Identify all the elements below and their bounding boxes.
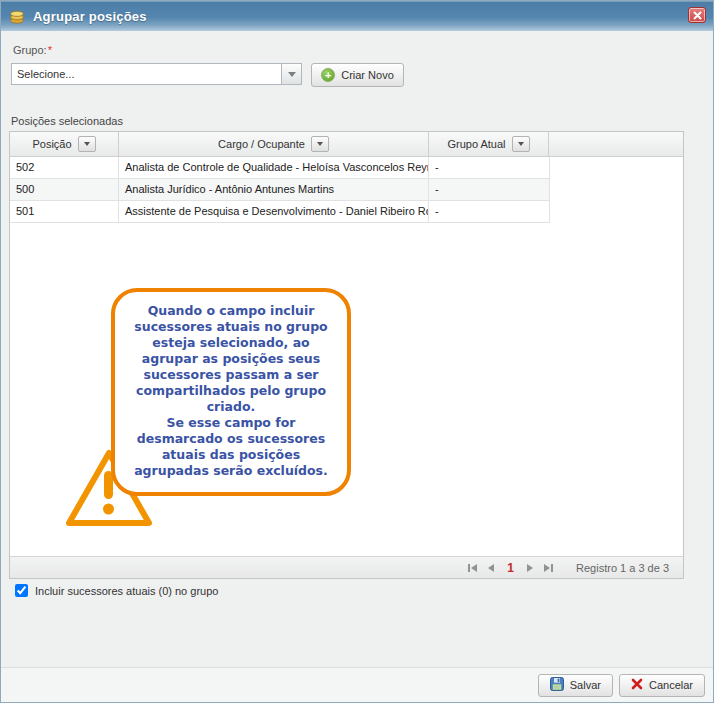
- include-successors-row: Incluir sucessores atuais (0) no grupo: [15, 584, 218, 597]
- column-label-cargo-ocupante: Cargo / Ocupante: [218, 138, 305, 150]
- cell-grupo-atual: -: [429, 157, 550, 179]
- dialog-titlebar: Agrupar posições: [1, 1, 713, 31]
- column-label-posicao: Posição: [32, 138, 71, 150]
- previous-page-button[interactable]: [486, 562, 496, 574]
- column-menu-button[interactable]: [512, 136, 530, 152]
- cancel-label: Cancelar: [649, 679, 693, 691]
- cancel-x-icon: [631, 678, 643, 692]
- cell-posicao: 502: [10, 157, 119, 179]
- cell-cargo-ocupante: Assistente de Pesquisa e Desenvolvimento…: [119, 201, 429, 223]
- dialog-title: Agrupar posições: [33, 9, 147, 24]
- save-icon: [550, 677, 564, 693]
- create-new-button[interactable]: + Criar Novo: [311, 63, 404, 87]
- group-positions-dialog: Agrupar posições Grupo:* Selecione... + …: [0, 0, 714, 703]
- selected-positions-label: Posições selecionadas: [11, 115, 123, 127]
- pagination-status: Registro 1 a 3 de 3: [576, 562, 669, 574]
- include-successors-label: Incluir sucessores atuais (0) no grupo: [35, 585, 218, 597]
- chevron-down-icon: [84, 142, 90, 146]
- cell-cargo-ocupante: Analista de Controle de Qualidade - Helo…: [119, 157, 429, 179]
- group-label-text: Grupo:: [13, 44, 47, 56]
- plus-icon: +: [321, 68, 335, 82]
- column-header-cargo-ocupante[interactable]: Cargo / Ocupante: [119, 132, 429, 156]
- group-select-value: Selecione...: [12, 68, 281, 80]
- chevron-down-icon: [288, 72, 296, 77]
- first-page-icon: [468, 564, 470, 572]
- table-row[interactable]: 501 Assistente de Pesquisa e Desenvolvim…: [10, 201, 550, 223]
- column-header-grupo-atual[interactable]: Grupo Atual: [429, 132, 549, 156]
- first-page-button[interactable]: [466, 562, 479, 574]
- save-label: Salvar: [570, 679, 601, 691]
- group-select[interactable]: Selecione...: [11, 63, 302, 85]
- next-page-button[interactable]: [525, 562, 535, 574]
- cancel-button[interactable]: Cancelar: [619, 674, 705, 697]
- coins-stack-icon: [9, 8, 25, 24]
- table-row[interactable]: 502 Analista de Controle de Qualidade - …: [10, 157, 550, 179]
- triangle-right-icon: [544, 564, 550, 572]
- callout-paragraph-1: Quando o campo incluir sucessores atuais…: [123, 303, 339, 415]
- grid-header: Posição Cargo / Ocupante Grupo Atual: [10, 132, 683, 157]
- chevron-down-icon: [317, 142, 323, 146]
- triangle-left-icon: [488, 564, 494, 572]
- dialog-footer: Salvar Cancelar: [1, 667, 713, 702]
- last-page-button[interactable]: [542, 562, 555, 574]
- cell-posicao: 501: [10, 201, 119, 223]
- create-new-label: Criar Novo: [341, 69, 394, 81]
- callout-paragraph-2: Se esse campo for desmarcado os sucessor…: [123, 415, 339, 479]
- last-page-icon: [551, 564, 553, 572]
- column-menu-button[interactable]: [78, 136, 96, 152]
- group-field-label: Grupo:*: [13, 44, 52, 56]
- current-page-indicator[interactable]: 1: [507, 561, 514, 575]
- cell-cargo-ocupante: Analista Jurídico - Antônio Antunes Mart…: [119, 179, 429, 201]
- triangle-left-icon: [471, 564, 477, 572]
- combo-trigger-button[interactable]: [281, 64, 301, 84]
- column-header-posicao[interactable]: Posição: [10, 132, 119, 156]
- required-marker: *: [48, 44, 52, 56]
- cell-posicao: 500: [10, 179, 119, 201]
- close-button[interactable]: [688, 7, 706, 23]
- column-label-grupo-atual: Grupo Atual: [447, 138, 505, 150]
- save-button[interactable]: Salvar: [538, 674, 613, 697]
- table-row[interactable]: 500 Analista Jurídico - Antônio Antunes …: [10, 179, 550, 201]
- cell-grupo-atual: -: [429, 179, 550, 201]
- chevron-down-icon: [518, 142, 524, 146]
- triangle-right-icon: [527, 564, 533, 572]
- callout-bubble: Quando o campo incluir sucessores atuais…: [111, 288, 351, 496]
- include-successors-checkbox[interactable]: [15, 584, 28, 597]
- cell-grupo-atual: -: [429, 201, 550, 223]
- grid-pagination-bar: 1 Registro 1 a 3 de 3: [10, 556, 683, 578]
- dialog-body: Grupo:* Selecione... + Criar Novo Posiçõ…: [1, 31, 713, 667]
- column-menu-button[interactable]: [311, 136, 329, 152]
- column-header-spacer: [549, 132, 683, 156]
